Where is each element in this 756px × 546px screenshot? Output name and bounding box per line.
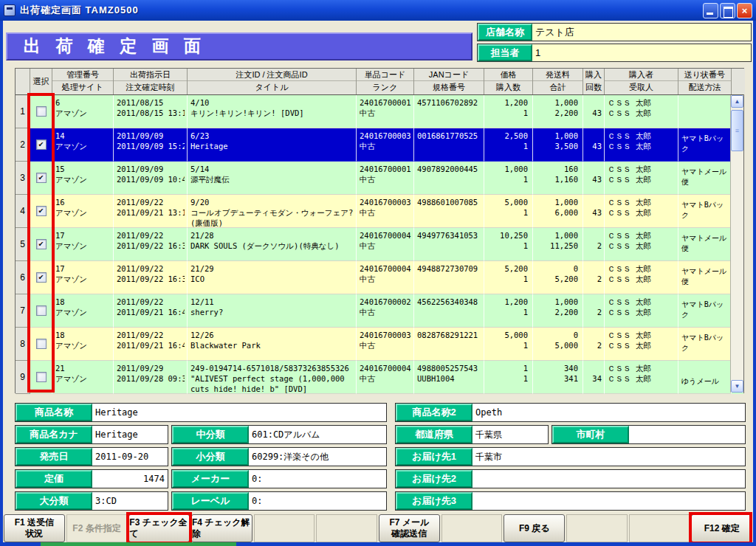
cell-order_id: 12/26Blackwater Park [188,328,357,361]
cell-line-2: 中古 [360,340,411,350]
cell-line-2: 2,200 [536,108,580,118]
row-checkbox[interactable] [36,106,47,117]
row-checkbox[interactable] [36,339,47,349]
cell-line-1: 17 [55,230,111,241]
cell-line-1: 1 [487,363,530,373]
cell-line-2: 中古 [360,207,411,218]
field-value[interactable]: Heritage [92,404,386,421]
cell-line-1: 1,200 [487,297,530,307]
cell-line-1: 5/14 [190,164,354,174]
column-header-top-label: JANコード [414,69,484,81]
row-checkbox[interactable]: ✔ [36,272,47,283]
cell-line-2: 1 [487,340,530,350]
table-row[interactable]: 5✔17アマゾン2011/09/222011/09/22 16:3221/28D… [16,228,743,261]
field-label: 大分類 [16,492,92,510]
close-button[interactable]: × [737,3,752,18]
row-checkbox[interactable]: ✔ [36,139,47,150]
cell-line-2: ＣＳＳ 太郎 [608,274,676,284]
button-label-line: F9 戻る [519,523,550,534]
row-checkbox[interactable]: ✔ [36,206,47,216]
f7-button[interactable]: F7 メール確認送信 [379,514,440,542]
field-value[interactable] [472,492,745,510]
table-row[interactable]: 3✔15アマゾン2011/09/092011/09/09 10:435/14源平… [16,162,743,195]
cell-line-1: 2,500 [487,131,530,141]
table-row[interactable]: 718アマゾン2011/09/222011/09/21 16:4612/11sh… [16,294,743,328]
field-value[interactable]: 0: [249,470,386,488]
staff-label: 担当者 [478,44,532,61]
column-header: 送り状番号配送方法 [678,69,732,94]
scroll-down-icon[interactable]: ▼ [731,380,743,393]
form-field-group: レーベル0: [171,491,387,511]
cell-times: 43 [583,128,605,162]
field-value[interactable]: 60299:洋楽その他 [249,448,386,466]
field-value[interactable]: 1474 [92,470,168,488]
cell-line-2: アマゾン [55,108,111,118]
cell-jan: 4907892000445 [414,162,484,195]
cell-line-2: UUBH1004 [417,373,481,384]
cell-line-1: 14 [55,131,111,141]
function-key-slot: F7 メール確認送信 [379,514,440,542]
column-header-bottom-label: 配送方法 [678,81,731,94]
f4-button[interactable]: F4 チェック解除 [191,514,252,542]
table-row[interactable]: 6✔17アマゾン2011/09/222011/09/22 16:3221/29I… [16,261,743,294]
cell-line-1: 6 [55,97,111,108]
row-checkbox[interactable]: ✔ [36,239,47,249]
scrollbar-thumb[interactable]: ≡ [731,110,743,151]
table-row[interactable]: 2✔14アマゾン2011/09/092011/09/09 15:236/23He… [16,128,743,162]
cell-line-2: キリン!キリン!キリン! [DVD] [190,108,354,118]
cell-line-1: 10,250 [487,230,530,241]
row-checkbox[interactable] [36,372,47,382]
cell-buyer: ＣＳＳ 太郎ＣＳＳ 太郎 [605,95,678,128]
f3-button[interactable]: F3 チェック全て [128,514,190,542]
field-value[interactable] [629,426,745,443]
cell-line-2: 1 [487,274,530,284]
minimize-button[interactable] [703,3,718,18]
cell-price: 10,2501 [484,228,533,261]
cell-line-1: 240167000041 [360,263,411,274]
cell-ship_date: 2011/09/222011/09/22 16:32 [114,228,188,261]
table-row[interactable]: 16アマゾン2011/08/152011/08/15 13:114/10キリン!… [16,95,743,128]
field-value[interactable]: 千葉市 [472,448,745,466]
field-value[interactable]: 2011-09-20 [92,448,168,466]
f9-button[interactable]: F9 戻る [504,514,565,542]
cell-buyer: ＣＳＳ 太郎ＣＳＳ 太郎 [605,294,678,328]
cell-mgmt: 14アマゾン [52,128,114,162]
cell-line-1: 240167000037 [360,131,411,141]
field-value[interactable]: Opeth [472,404,745,421]
cell-line-1: ＣＳＳ 太郎 [608,363,676,373]
button-label-line: 確認送信 [391,528,427,539]
window-title: 出荷確定画面 TAMZ0500 [20,4,139,17]
column-header: 購入回数 [583,69,605,94]
maximize-button[interactable] [720,3,735,18]
row-checkbox[interactable]: ✔ [36,173,47,183]
cell-line-1: 12/26 [190,330,354,340]
scroll-up-icon[interactable]: ▲ [731,95,743,108]
column-header: 単品コードランク [357,69,414,94]
function-key-slot [316,514,377,542]
f12-button[interactable]: F12 確定 [691,514,752,542]
field-value[interactable]: 601:CDアルバム [249,426,386,443]
table-row[interactable]: 921アマゾン2011/09/292011/09/28 09:35249-019… [16,361,743,394]
row-number: 2 [16,128,30,162]
table-row[interactable]: 818アマゾン2011/09/222011/09/21 16:4612/26Bl… [16,328,743,361]
cell-ship_date: 2011/09/292011/09/28 09:35 [114,361,188,394]
window-controls: × [703,3,752,18]
table-row[interactable]: 4✔16アマゾン2011/09/222011/09/21 13:119/20コー… [16,195,743,228]
shipping-detail-form-right: 商品名称2Opeth都道府県千葉県市町村お届け先1千葉市お届け先2お届け先3 [395,403,746,514]
cell-line-1: 18 [55,297,111,307]
field-value[interactable] [472,470,745,488]
row-checkbox[interactable] [36,305,47,316]
cell-line-2: 中古 [360,174,411,184]
f1-button[interactable]: F1 送受信状況 [4,514,65,542]
function-key-slot: F1 送受信状況 [4,514,65,542]
cell-line-2: 6,000 [536,207,580,218]
cell-line-2: DARK SOULS (ダークソウル)(特典なし) [190,241,354,251]
staff-value[interactable]: 1 [532,44,751,61]
field-value[interactable]: 3:CD [92,492,168,510]
field-value[interactable]: 0: [249,492,386,510]
field-value[interactable]: 千葉県 [472,426,548,443]
cell-fee: 1,0002,200 [533,294,583,328]
vertical-scrollbar[interactable]: ▲ ≡ ▼ [730,95,743,393]
field-value[interactable]: Heritage [92,426,168,443]
store-name-value[interactable]: テスト店 [532,24,751,41]
